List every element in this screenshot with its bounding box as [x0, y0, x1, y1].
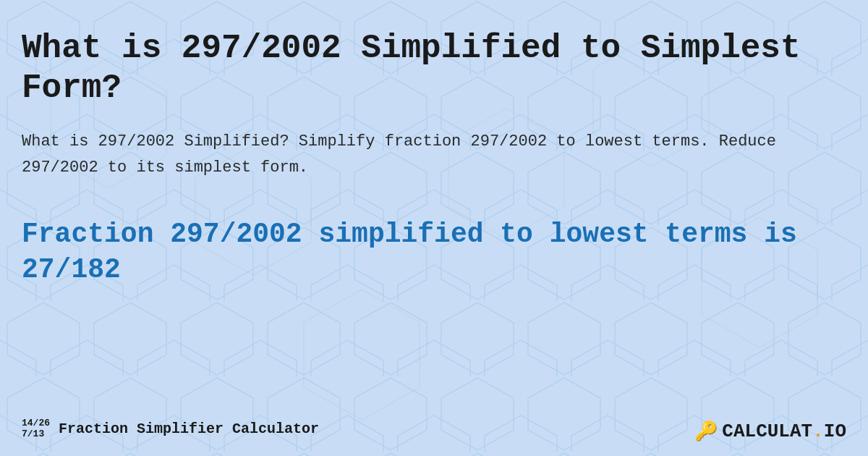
fraction-top: 14/26	[22, 418, 50, 429]
site-logo: 🔑 CALCULAT.IO	[694, 420, 846, 443]
page-title: What is 297/2002 Simplified to Simplest …	[22, 29, 846, 109]
footer-label: Fraction Simplifier Calculator	[59, 421, 319, 437]
footer-fraction: 14/26 7/13	[22, 418, 50, 440]
fraction-bottom: 7/13	[22, 428, 50, 440]
description-text: What is 297/2002 Simplified? Simplify fr…	[22, 129, 846, 180]
footer: 14/26 7/13 Fraction Simplifier Calculato…	[22, 418, 319, 440]
result-text: Fraction 297/2002 simplified to lowest t…	[22, 216, 846, 288]
logo-text: CALCULAT.IO	[722, 421, 846, 442]
logo-icon: 🔑	[694, 420, 718, 443]
